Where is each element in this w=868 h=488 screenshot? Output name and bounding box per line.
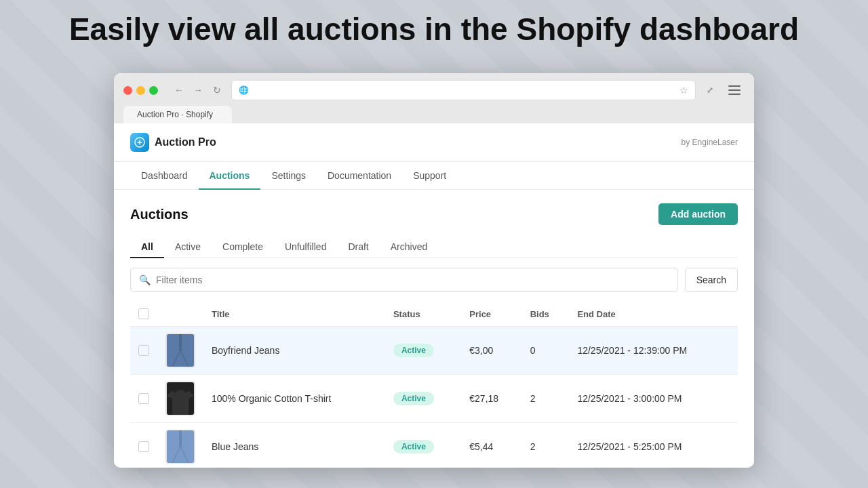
logo-icon	[130, 133, 149, 152]
nav-settings[interactable]: Settings	[260, 162, 317, 189]
row-end-date: 12/25/2021 - 12:39:00 PM	[569, 327, 738, 375]
row-image-cell	[157, 423, 203, 468]
search-button[interactable]: Search	[685, 268, 738, 292]
expand-button[interactable]: ⤢	[703, 83, 717, 98]
row-bids: 2	[522, 423, 570, 468]
header-status: Status	[385, 302, 461, 327]
browser-window: ← → ↻ 🌐 ☆ ⤢ Auction Pro · Shopify	[114, 73, 754, 468]
by-label: by EngineLaser	[682, 138, 738, 147]
svg-rect-2	[179, 334, 182, 350]
nav-auctions[interactable]: Auctions	[199, 162, 261, 189]
search-icon: 🔍	[139, 274, 151, 285]
filter-tab-all[interactable]: All	[130, 236, 164, 258]
row-bids: 0	[522, 327, 570, 375]
row-price: €3,00	[461, 327, 521, 375]
auction-table: Title Status Price Bids End Date Boyfrie…	[130, 302, 738, 468]
status-badge: Active	[393, 440, 434, 453]
row-title: Boyfriend Jeans	[203, 327, 385, 375]
row-status: Active	[385, 375, 461, 423]
forward-button[interactable]: →	[191, 83, 205, 98]
header-image	[157, 302, 203, 327]
search-input-wrapper: 🔍	[130, 268, 678, 292]
filter-tab-active[interactable]: Active	[164, 236, 212, 258]
filter-tab-draft[interactable]: Draft	[337, 236, 379, 258]
menu-line	[728, 89, 741, 91]
filter-tab-unfulfilled[interactable]: Unfulfilled	[274, 236, 337, 258]
nav-documentation[interactable]: Documentation	[317, 162, 402, 189]
app-name: Auction Pro	[155, 136, 216, 148]
nav-support[interactable]: Support	[402, 162, 457, 189]
row-end-date: 12/25/2021 - 5:25:00 PM	[569, 423, 738, 468]
nav-dashboard[interactable]: Dashboard	[130, 162, 199, 189]
app-nav: Dashboard Auctions Settings Documentatio…	[114, 162, 754, 190]
svg-rect-7	[179, 430, 182, 447]
row-title: Blue Jeans	[203, 423, 385, 468]
traffic-lights	[123, 86, 158, 95]
browser-tab-bar: Auction Pro · Shopify	[123, 106, 745, 123]
filter-tabs: All Active Complete Unfulfilled Draft Ar…	[130, 236, 738, 258]
filter-tab-archived[interactable]: Archived	[380, 236, 438, 258]
table-row: 100% Organic Cotton T-shirt Active €27,1…	[130, 375, 738, 423]
status-badge: Active	[393, 392, 434, 405]
row-checkbox[interactable]	[138, 345, 149, 356]
add-auction-button[interactable]: Add auction	[658, 203, 738, 225]
header-bids: Bids	[522, 302, 570, 327]
row-image-cell	[157, 327, 203, 375]
menu-button[interactable]	[724, 80, 745, 100]
close-button[interactable]	[123, 86, 132, 95]
search-input[interactable]	[156, 274, 669, 285]
row-checkbox[interactable]	[138, 441, 149, 452]
row-price: €27,18	[461, 375, 521, 423]
product-image	[165, 382, 195, 415]
page-header: Auctions Add auction	[130, 203, 738, 225]
header-title: Title	[203, 302, 385, 327]
row-title: 100% Organic Cotton T-shirt	[203, 375, 385, 423]
product-image	[165, 333, 195, 367]
row-end-date: 12/25/2021 - 3:00:00 PM	[569, 375, 738, 423]
row-price: €5,44	[461, 423, 521, 468]
product-image	[165, 430, 195, 464]
header-checkbox	[130, 302, 157, 327]
row-checkbox-cell	[130, 327, 157, 375]
header-end-date: End Date	[569, 302, 738, 327]
browser-navigation: ← → ↻	[172, 83, 224, 98]
menu-line	[728, 85, 741, 87]
row-status: Active	[385, 423, 461, 468]
table-row: Boyfriend Jeans Active €3,00 0 12/25/202…	[130, 327, 738, 375]
menu-line	[728, 94, 741, 95]
browser-chrome: ← → ↻ 🌐 ☆ ⤢ Auction Pro · Shopify	[114, 73, 754, 123]
row-checkbox-cell	[130, 423, 157, 468]
row-checkbox[interactable]	[138, 393, 149, 404]
globe-icon: 🌐	[239, 85, 249, 95]
minimize-button[interactable]	[136, 86, 145, 95]
row-status: Active	[385, 327, 461, 375]
page-headline: Easily view all auctions in the Shopify …	[0, 12, 868, 47]
header-price: Price	[461, 302, 521, 327]
status-badge: Active	[393, 344, 434, 357]
app-content: Auction Pro by EngineLaser Dashboard Auc…	[114, 123, 754, 468]
row-checkbox-cell	[130, 375, 157, 423]
back-button[interactable]: ←	[172, 83, 186, 98]
row-image-cell	[157, 375, 203, 423]
page-title: Auctions	[130, 207, 189, 222]
search-bar: 🔍 Search	[130, 268, 738, 292]
address-bar[interactable]: 🌐 ☆	[231, 80, 696, 100]
select-all-checkbox[interactable]	[138, 308, 149, 319]
bookmark-icon: ☆	[679, 85, 688, 96]
filter-tab-complete[interactable]: Complete	[212, 236, 274, 258]
app-header: Auction Pro by EngineLaser	[114, 123, 754, 162]
app-logo: Auction Pro	[130, 133, 216, 152]
row-bids: 2	[522, 375, 570, 423]
maximize-button[interactable]	[149, 86, 158, 95]
reload-button[interactable]: ↻	[210, 83, 224, 98]
browser-tab[interactable]: Auction Pro · Shopify	[123, 106, 232, 123]
table-row: Blue Jeans Active €5,44 2 12/25/2021 - 5…	[130, 423, 738, 468]
page-content: Auctions Add auction All Active Complete…	[114, 190, 754, 468]
